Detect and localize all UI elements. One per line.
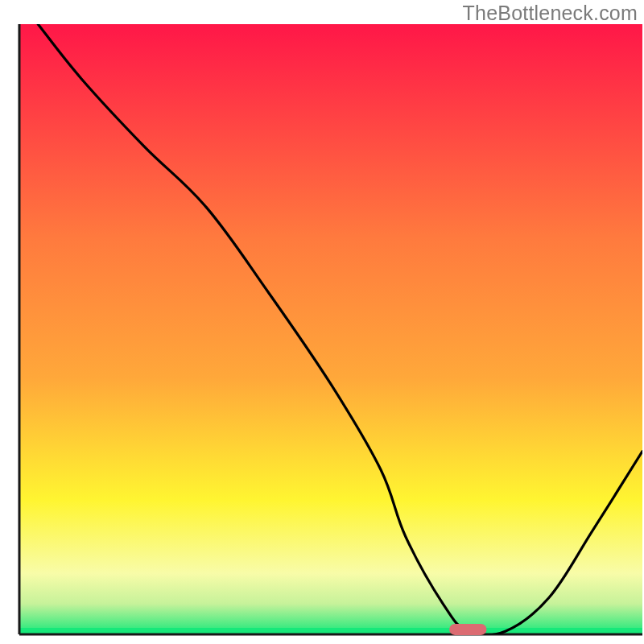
optimum-marker bbox=[449, 624, 486, 635]
bottleneck-chart bbox=[0, 0, 644, 644]
watermark-text: TheBottleneck.com bbox=[463, 2, 638, 25]
plot-background bbox=[19, 24, 642, 634]
chart-container: TheBottleneck.com bbox=[0, 0, 644, 644]
